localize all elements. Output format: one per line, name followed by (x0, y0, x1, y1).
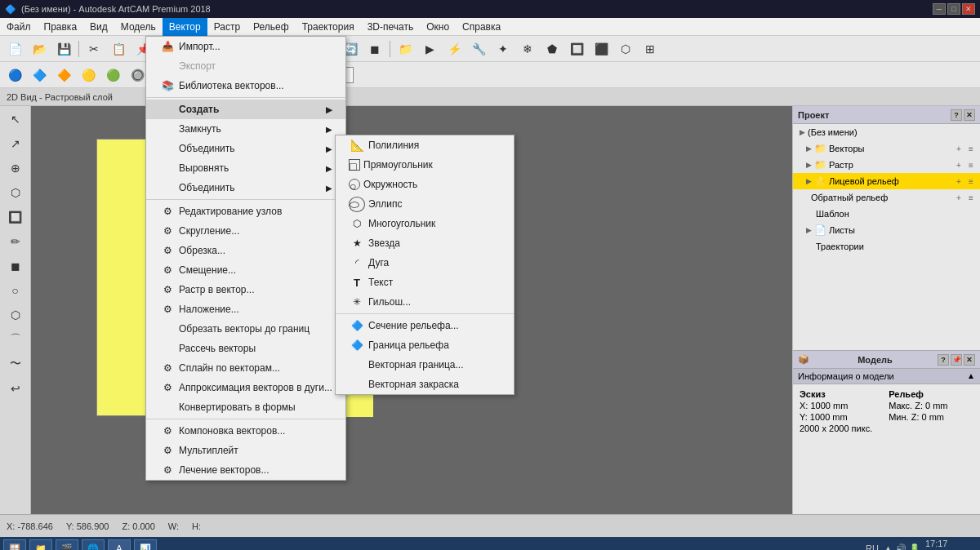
panel-help-btn[interactable]: ? (951, 109, 962, 121)
close-button[interactable]: ✕ (962, 3, 975, 15)
tb2-btn5[interactable]: 🟢 (101, 64, 124, 86)
tb-btn13[interactable]: ❄ (516, 38, 539, 60)
taskbar-artcam[interactable]: A (108, 539, 131, 550)
menu-offset[interactable]: ⚙ Смещение... (146, 260, 345, 280)
menu-node-edit[interactable]: ⚙ Редактирование узлов (146, 202, 345, 221)
tree-back-relief[interactable]: Обратный рельеф + ≡ (793, 189, 980, 206)
tree-vectors[interactable]: ▶ 📁 Векторы + ≡ (793, 140, 980, 157)
submenu-rect[interactable]: □ Прямоугольник (336, 155, 514, 175)
lt-rotate[interactable]: 🔲 (3, 206, 28, 228)
lt-shape[interactable]: ◼ (3, 255, 28, 277)
lt-node[interactable]: ↗ (3, 132, 28, 155)
tb-btn11[interactable]: 🔧 (467, 38, 490, 60)
menu-create[interactable]: Создать ▶ (146, 100, 345, 119)
tb-btn18[interactable]: ⊞ (639, 38, 662, 60)
menu-vector-library[interactable]: 📚 Библиотека векторов... (146, 76, 345, 95)
lt-freehand[interactable]: 〜 (3, 353, 28, 375)
lt-circle[interactable]: ○ (3, 279, 28, 302)
tb-btn16[interactable]: ⬛ (590, 38, 612, 60)
menu-view[interactable]: Вид (83, 18, 114, 36)
submenu-text[interactable]: T Текст (336, 273, 514, 292)
lt-transform[interactable]: ⊕ (3, 157, 28, 180)
menu-layout[interactable]: ⚙ Компоновка векторов... (146, 421, 345, 441)
tree-trajectories[interactable]: Траектории (793, 238, 980, 255)
submenu-guilloche[interactable]: ✳ Гильош... (336, 292, 514, 312)
tb-btn14[interactable]: ⬟ (541, 38, 564, 60)
panel-close-btn[interactable]: ✕ (964, 109, 975, 121)
model-help-btn[interactable]: ? (938, 354, 949, 366)
tb-btn7[interactable]: ◼ (363, 38, 386, 60)
menu-fillet[interactable]: ⚙ Скругление... (146, 221, 345, 241)
menu-relief[interactable]: Рельеф (247, 18, 296, 36)
lt-scale[interactable]: ⬡ (3, 181, 28, 204)
submenu-circle[interactable]: ○ Окружность (336, 175, 514, 194)
menu-multiplate[interactable]: ⚙ Мультиплейт (146, 441, 345, 460)
submenu-star[interactable]: ★ Звезда (336, 233, 514, 253)
taskbar-browser[interactable]: 🌐 (82, 539, 105, 550)
model-collapse-btn[interactable]: ▲ (967, 371, 975, 380)
menu-combine2[interactable]: Объединить ▶ (146, 178, 345, 197)
submenu-polygon[interactable]: ⬡ Многоугольник (336, 214, 514, 233)
submenu-ellipse[interactable]: ⬭ Эллипс (336, 194, 514, 214)
menu-raster-to-vector[interactable]: ⚙ Растр в вектор... (146, 280, 345, 299)
menu-edit[interactable]: Правка (38, 18, 84, 36)
taskbar-file[interactable]: 📊 (134, 539, 157, 550)
tree-sheets[interactable]: ▶ 📄 Листы (793, 222, 980, 238)
menu-heal[interactable]: ⚙ Лечение векторов... (146, 460, 345, 480)
tb-open[interactable]: 📂 (28, 38, 51, 60)
tb-btn17[interactable]: ⬡ (614, 38, 637, 60)
tb-new[interactable]: 📄 (3, 38, 26, 60)
menu-raster[interactable]: Растр (207, 18, 247, 36)
menu-trim-bounds[interactable]: Обрезать векторы до границ (146, 319, 345, 339)
tb2-btn4[interactable]: 🟡 (77, 64, 100, 86)
menu-trajectory[interactable]: Траектория (296, 18, 361, 36)
lt-trim[interactable]: ↩ (3, 377, 28, 400)
menu-approx[interactable]: ⚙ Аппроксимация векторов в дуги... (146, 378, 345, 397)
menu-help[interactable]: Справка (456, 18, 507, 36)
menu-vector[interactable]: Вектор (163, 18, 207, 36)
model-close-btn[interactable]: ✕ (964, 354, 975, 366)
submenu-polyline[interactable]: 📐 Полилиния (336, 135, 514, 155)
menu-split[interactable]: Рассечь векторы (146, 339, 345, 358)
taskbar-folder[interactable]: 📁 (29, 539, 52, 550)
model-pin-btn[interactable]: 📌 (951, 354, 962, 366)
menu-overlay[interactable]: ⚙ Наложение... (146, 299, 345, 319)
tb-copy[interactable]: 📋 (107, 38, 130, 60)
tb-btn12[interactable]: ✦ (492, 38, 514, 60)
menu-trim[interactable]: ⚙ Обрезка... (146, 241, 345, 260)
tb-btn9[interactable]: ▶ (418, 38, 441, 60)
lt-curve[interactable]: ⌒ (3, 328, 28, 351)
submenu-vector-fill[interactable]: Векторная закраска (336, 375, 514, 394)
menu-model[interactable]: Модель (114, 18, 163, 36)
menu-combine1[interactable]: Объединить ▶ (146, 139, 345, 158)
menu-convert-shapes[interactable]: Конвертировать в формы (146, 397, 345, 417)
menu-3dprint[interactable]: 3D-печать (361, 18, 421, 36)
tb2-btn2[interactable]: 🔷 (28, 64, 51, 86)
submenu-vector-boundary[interactable]: Векторная граница... (336, 355, 514, 375)
tb-btn10[interactable]: ⚡ (443, 38, 466, 60)
submenu-relief-section[interactable]: 🔷 Сечение рельефа... (336, 316, 514, 335)
submenu-arc[interactable]: ◜ Дуга (336, 253, 514, 273)
maximize-button[interactable]: □ (947, 3, 960, 15)
menu-import[interactable]: 📥 Импорт... (146, 37, 345, 56)
tb2-btn3[interactable]: 🔶 (52, 64, 75, 86)
lt-select[interactable]: ↖ (3, 108, 28, 131)
tree-root[interactable]: ▶ (Без имени) (793, 124, 980, 140)
menu-close[interactable]: Замкнуть ▶ (146, 119, 345, 139)
start-button[interactable]: 🪟 (3, 539, 26, 550)
tb-btn8[interactable]: 📁 (394, 38, 416, 60)
tree-front-relief[interactable]: ▶ ⭐ Лицевой рельеф + ≡ (793, 173, 980, 189)
menu-window[interactable]: Окно (420, 18, 456, 36)
lt-polygon[interactable]: ⬡ (3, 304, 28, 326)
tree-raster[interactable]: ▶ 📁 Растр + ≡ (793, 157, 980, 173)
menu-align[interactable]: Выровнять ▶ (146, 158, 345, 178)
menu-spline[interactable]: ⚙ Сплайн по векторам... (146, 358, 345, 378)
tb-save[interactable]: 💾 (52, 38, 75, 60)
tb2-btn1[interactable]: 🔵 (3, 64, 26, 86)
taskbar-media[interactable]: 🎬 (56, 539, 78, 550)
tb-cut[interactable]: ✂ (82, 38, 105, 60)
submenu-relief-border[interactable]: 🔷 Граница рельефа (336, 335, 514, 355)
tree-template[interactable]: Шаблон (793, 206, 980, 222)
tb-btn15[interactable]: 🔲 (565, 38, 588, 60)
lt-pen[interactable]: ✏ (3, 230, 28, 253)
